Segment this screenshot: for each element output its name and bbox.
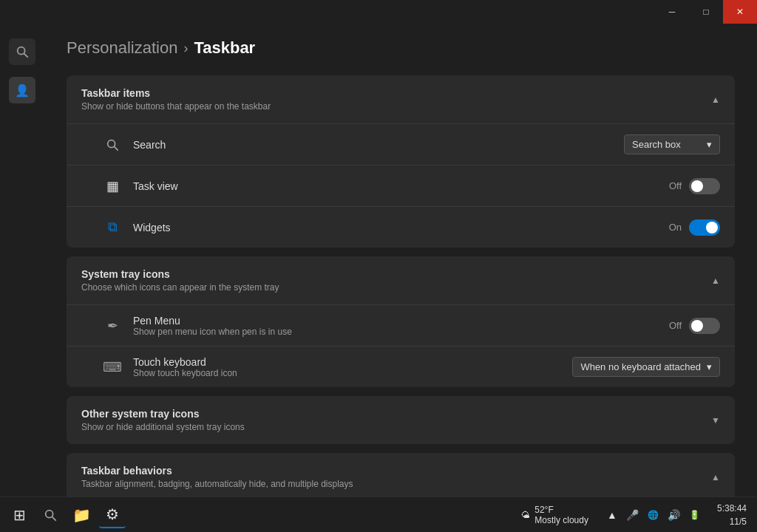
titlebar: ─ □ ✕ [0, 0, 757, 24]
taskbar-weather[interactable]: 🌤 52°F Mostly cloudy [515, 502, 594, 528]
svg-line-3 [115, 146, 118, 150]
toggle-pen-menu: Off [669, 318, 720, 334]
breadcrumb-parent[interactable]: Personalization [67, 38, 177, 58]
taskbar-right: 🌤 52°F Mostly cloudy ▲ 🎤 🌐 🔊 🔋 5:38:44 1… [515, 500, 751, 530]
section-other-system-tray: Other system tray icons Show or hide add… [67, 396, 735, 444]
taskbar-settings-button[interactable]: ⚙ [99, 502, 126, 528]
section-chevron-taskbar-items: ▲ [711, 95, 720, 105]
toggle-label-task-view: Off [669, 180, 682, 191]
system-tray-icons: ▲ 🎤 🌐 🔊 🔋 [603, 506, 704, 524]
setting-text-touch-keyboard: Touch keyboard Show touch keyboard icon [133, 356, 572, 378]
setting-icon-touch-keyboard: ⌨ [102, 357, 123, 378]
setting-row-widgets: ⧉ Widgets On [67, 206, 735, 248]
section-system-tray-icons: System tray icons Choose which icons can… [67, 256, 735, 387]
setting-sublabel-touch-keyboard: Show touch keyboard icon [133, 368, 572, 378]
microphone-icon[interactable]: 🎤 [624, 506, 642, 524]
section-title-taskbar-items: Taskbar items [81, 87, 271, 99]
setting-text-widgets: Widgets [133, 222, 669, 233]
setting-row-pen-menu: ✒ Pen Menu Show pen menu icon when pen i… [67, 304, 735, 346]
toggle-knob-pen-menu [691, 320, 703, 332]
setting-icon-pen-menu: ✒ [102, 316, 123, 336]
setting-row-search: Search Search box ▾ [67, 123, 735, 165]
setting-label-task-view: Task view [133, 180, 669, 192]
setting-label-widgets: Widgets [133, 222, 669, 233]
close-button[interactable]: ✕ [723, 0, 757, 24]
section-chevron-system-tray-icons: ▲ [711, 276, 720, 286]
setting-icon-widgets: ⧉ [102, 217, 123, 238]
taskbar-clock[interactable]: 5:38:44 11/5 [713, 500, 751, 530]
section-header-other-system-tray[interactable]: Other system tray icons Show or hide add… [67, 396, 735, 444]
section-title-system-tray-icons: System tray icons [81, 268, 279, 280]
section-header-left-other-system-tray: Other system tray icons Show or hide add… [81, 408, 245, 432]
section-taskbar-items: Taskbar items Show or hide buttons that … [67, 75, 735, 248]
battery-icon[interactable]: 🔋 [686, 506, 704, 524]
dropdown-search[interactable]: Search box ▾ [624, 134, 720, 154]
dropdown-touch-keyboard[interactable]: When no keyboard attached ▾ [572, 357, 720, 377]
section-header-taskbar-behaviors[interactable]: Taskbar behaviors Taskbar alignment, bad… [67, 453, 735, 497]
dropdown-arrow-search: ▾ [707, 139, 712, 150]
weather-temp: 52°F [534, 505, 588, 515]
section-header-left-taskbar-items: Taskbar items Show or hide buttons that … [81, 87, 271, 112]
section-chevron-other-system-tray: ▼ [711, 415, 720, 426]
maximize-button[interactable]: □ [689, 0, 723, 24]
section-subtitle-other-system-tray: Show or hide additional system tray icon… [81, 422, 245, 432]
dropdown-value-touch-keyboard: When no keyboard attached [580, 361, 701, 372]
section-subtitle-taskbar-behaviors: Taskbar alignment, badging, automaticall… [81, 479, 353, 489]
taskbar: ⊞ 📁 ⚙ 🌤 52°F Mostly cloudy ▲ 🎤 🌐 🔊 🔋 5:3… [0, 497, 757, 532]
toggle-switch-pen-menu[interactable] [689, 318, 720, 334]
setting-icon-task-view: ▦ [102, 176, 123, 197]
main-content: Personalization › Taskbar Taskbar items … [44, 24, 757, 497]
weather-condition: Mostly cloudy [534, 515, 588, 525]
toggle-switch-task-view[interactable] [689, 178, 720, 194]
section-header-system-tray-icons[interactable]: System tray icons Choose which icons can… [67, 256, 735, 304]
toggle-label-widgets: On [669, 222, 682, 233]
weather-icon: 🌤 [521, 510, 530, 520]
weather-info: 52°F Mostly cloudy [534, 505, 588, 525]
section-subtitle-system-tray-icons: Choose which icons can appear in the sys… [81, 282, 279, 293]
clock-time: 5:38:44 [717, 502, 747, 515]
sidebar: 👤 [0, 24, 44, 497]
sidebar-profile-item[interactable]: 👤 [9, 77, 35, 103]
toggle-label-pen-menu: Off [669, 320, 682, 331]
setting-label-pen-menu: Pen Menu [133, 315, 669, 327]
dropdown-value-search: Search box [632, 139, 681, 150]
taskbar-search-button[interactable] [37, 502, 64, 528]
volume-icon[interactable]: 🔊 [665, 506, 683, 524]
toggle-knob-widgets [706, 222, 718, 233]
breadcrumb-separator: › [183, 41, 188, 56]
taskbar-apps: ⊞ 📁 ⚙ [6, 502, 126, 528]
setting-row-task-view: ▦ Task view Off [67, 165, 735, 206]
taskbar-start-button[interactable]: ⊞ [6, 502, 33, 528]
tray-chevron-icon[interactable]: ▲ [603, 506, 621, 524]
setting-icon-search [102, 134, 123, 155]
setting-row-touch-keyboard: ⌨ Touch keyboard Show touch keyboard ico… [67, 346, 735, 387]
taskbar-file-explorer-button[interactable]: 📁 [68, 502, 95, 528]
setting-text-pen-menu: Pen Menu Show pen menu icon when pen is … [133, 315, 669, 337]
toggle-widgets: On [669, 219, 720, 236]
svg-line-5 [52, 516, 56, 520]
setting-label-touch-keyboard: Touch keyboard [133, 356, 572, 368]
toggle-knob-task-view [691, 180, 703, 192]
search-icon [16, 45, 29, 58]
toggle-switch-widgets[interactable] [689, 219, 720, 236]
toggle-task-view: Off [669, 178, 720, 194]
setting-label-search: Search [133, 139, 624, 151]
setting-text-search: Search [133, 139, 624, 151]
section-title-other-system-tray: Other system tray icons [81, 408, 245, 420]
minimize-button[interactable]: ─ [655, 0, 689, 24]
breadcrumb: Personalization › Taskbar [67, 38, 735, 58]
search-icon-0 [106, 138, 119, 151]
taskbar-search-icon [44, 508, 57, 522]
setting-text-task-view: Task view [133, 180, 669, 192]
section-header-left-taskbar-behaviors: Taskbar behaviors Taskbar alignment, bad… [81, 465, 353, 489]
section-taskbar-behaviors: Taskbar behaviors Taskbar alignment, bad… [67, 453, 735, 497]
section-chevron-taskbar-behaviors: ▲ [711, 472, 720, 482]
breadcrumb-current: Taskbar [194, 38, 255, 58]
section-header-left-system-tray-icons: System tray icons Choose which icons can… [81, 268, 279, 293]
network-icon[interactable]: 🌐 [645, 506, 662, 524]
sidebar-search-button[interactable] [9, 38, 35, 65]
section-subtitle-taskbar-items: Show or hide buttons that appear on the … [81, 101, 271, 112]
setting-sublabel-pen-menu: Show pen menu icon when pen is in use [133, 327, 669, 337]
section-header-taskbar-items[interactable]: Taskbar items Show or hide buttons that … [67, 75, 735, 123]
svg-line-1 [24, 54, 28, 58]
